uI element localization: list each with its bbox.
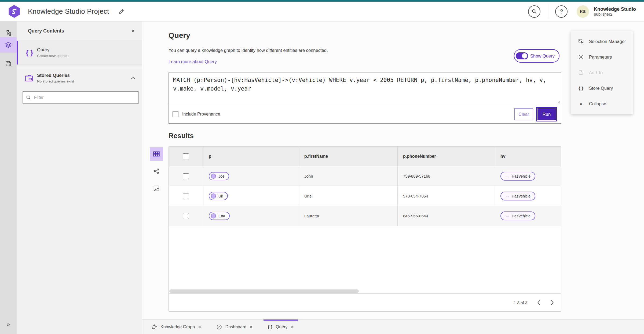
cell-phonenumber: 846-956-8644 <box>398 206 495 226</box>
stored-queries-filter[interactable] <box>23 91 139 104</box>
table-row[interactable]: Joe John 759-889-57168 → HasVehicle <box>169 166 561 186</box>
column-header-p[interactable]: p <box>203 147 299 166</box>
user-username: publisher2 <box>594 12 636 16</box>
tab-query[interactable]: { } Query ✕ <box>260 320 301 334</box>
menu-item-parameters[interactable]: Parameters <box>571 49 633 65</box>
close-tab-icon[interactable]: ✕ <box>250 325 253 329</box>
scrollbar-thumb[interactable] <box>169 289 359 293</box>
include-provenance-checkbox[interactable] <box>173 111 178 117</box>
row-checkbox[interactable] <box>183 193 189 199</box>
query-text-input[interactable]: MATCH (p:Person)-[hv:HasVehicle]->(v:Veh… <box>169 73 561 105</box>
node-dot-icon <box>211 213 216 218</box>
edge-pill[interactable]: → HasVehicle <box>500 211 535 220</box>
help-icon: ? <box>560 8 563 15</box>
query-section-title: Query <box>169 31 190 40</box>
results-view-toolbar <box>150 147 163 199</box>
horizontal-scrollbar <box>169 289 561 293</box>
node-pill[interactable]: Joe <box>209 172 229 180</box>
map-view-button[interactable] <box>150 182 163 195</box>
select-all-checkbox[interactable] <box>183 153 189 159</box>
cell-firstname: Uriel <box>299 186 398 206</box>
query-side-menu: Selection Manager Parameters Add To { } … <box>571 31 633 114</box>
table-row[interactable]: Uri Uriel 578-654-7854 → HasVehicle <box>169 186 561 206</box>
search-icon <box>26 95 31 100</box>
arrow-right-icon: → <box>505 174 509 178</box>
cell-firstname: Lauretta <box>299 206 398 226</box>
results-table-card: p p.firstName p.phoneNumber hv Joe John … <box>169 146 561 312</box>
tab-label: Knowledge Graph <box>160 325 195 329</box>
close-tab-icon[interactable]: ✕ <box>198 325 201 329</box>
query-item-subtitle: Create new queries <box>37 54 68 58</box>
panel-item-query[interactable]: { } Query Create new queries <box>17 41 142 65</box>
edge-label: HasVehicle <box>512 214 530 218</box>
results-table-header: p p.firstName p.phoneNumber hv <box>169 147 561 166</box>
help-button[interactable]: ? <box>555 5 568 18</box>
resize-handle-icon[interactable] <box>557 100 560 123</box>
save-icon <box>5 60 12 67</box>
map-icon <box>153 185 160 192</box>
column-header-phonenumber[interactable]: p.phoneNumber <box>398 147 495 166</box>
graph-view-button[interactable] <box>150 164 163 178</box>
stored-queries-title: Stored Queries <box>37 73 131 78</box>
braces-icon: { } <box>578 86 584 91</box>
edge-pill[interactable]: → HasVehicle <box>500 192 535 200</box>
query-editor-card: MATCH (p:Person)-[hv:HasVehicle]->(v:Veh… <box>169 73 561 124</box>
node-label: Joe <box>218 174 225 178</box>
learn-more-link[interactable]: Learn more about Query <box>169 59 217 64</box>
menu-item-label: Store Query <box>589 86 613 91</box>
folder-icon <box>25 74 37 82</box>
arrow-right-icon: → <box>505 194 509 198</box>
tab-dashboard[interactable]: Dashboard ✕ <box>209 320 260 334</box>
close-panel-icon[interactable]: ✕ <box>131 28 135 34</box>
rail-item-save[interactable] <box>0 56 17 71</box>
query-actions-row: Include Provenance Clear Run <box>169 105 561 123</box>
add-to-icon <box>578 70 584 76</box>
show-query-toggle[interactable]: Show Query <box>514 49 559 63</box>
filter-input[interactable] <box>34 95 135 100</box>
menu-item-label: Parameters <box>589 55 612 60</box>
edge-pill[interactable]: → HasVehicle <box>500 172 535 181</box>
edge-label: HasVehicle <box>512 174 530 178</box>
close-tab-icon[interactable]: ✕ <box>291 325 294 329</box>
user-avatar[interactable]: KS <box>577 5 589 18</box>
results-section-title: Results <box>169 132 194 140</box>
chevrons-right-icon: » <box>7 321 10 328</box>
previous-page-button[interactable] <box>537 300 541 305</box>
rail-item-query-layers[interactable] <box>0 37 17 53</box>
cell-phonenumber: 759-889-57168 <box>398 166 495 186</box>
knowledge-studio-app: Knowledge Studio Project ? KS Knowledge … <box>0 0 644 334</box>
menu-item-store-query[interactable]: { } Store Query <box>571 80 633 96</box>
header-divider <box>548 4 548 19</box>
clear-button[interactable]: Clear <box>514 108 533 120</box>
edit-title-icon[interactable] <box>118 8 125 15</box>
edge-label: HasVehicle <box>512 194 530 198</box>
column-header-hv[interactable]: hv <box>495 147 561 166</box>
column-header-firstname[interactable]: p.firstName <box>299 147 398 166</box>
menu-item-selection-manager[interactable]: Selection Manager <box>571 34 633 49</box>
table-row[interactable]: Etta Lauretta 846-956-8644 → HasVehicle <box>169 206 561 226</box>
next-page-button[interactable] <box>550 300 554 305</box>
stored-queries-header[interactable]: Stored Queries No stored queries exist <box>17 67 142 89</box>
row-checkbox[interactable] <box>183 173 189 179</box>
tab-label: Dashboard <box>225 325 246 329</box>
expand-rail-button[interactable]: » <box>0 321 17 328</box>
menu-item-collapse[interactable]: » Collapse <box>571 96 633 112</box>
node-pill[interactable]: Etta <box>209 212 230 220</box>
menu-item-add-to: Add To <box>571 65 633 80</box>
node-pill[interactable]: Uri <box>209 192 228 200</box>
include-provenance-label: Include Provenance <box>182 112 220 117</box>
menu-item-label: Collapse <box>589 101 606 106</box>
search-button[interactable] <box>528 5 540 18</box>
query-contents-panel: Query Contents ✕ { } Query Create new qu… <box>17 21 142 334</box>
table-view-button[interactable] <box>150 147 163 161</box>
toggle-on-icon <box>516 52 528 59</box>
stored-queries-subtitle: No stored queries exist <box>37 79 131 84</box>
panel-title: Query Contents <box>28 28 131 34</box>
project-title: Knowledge Studio Project <box>28 7 109 16</box>
node-dot-icon <box>211 193 216 199</box>
chevron-up-icon[interactable] <box>131 77 136 80</box>
row-checkbox[interactable] <box>183 213 189 219</box>
run-button[interactable]: Run <box>537 108 556 121</box>
tab-knowledge-graph[interactable]: Knowledge Graph ✕ <box>144 320 209 334</box>
graph-network-icon <box>151 324 157 330</box>
